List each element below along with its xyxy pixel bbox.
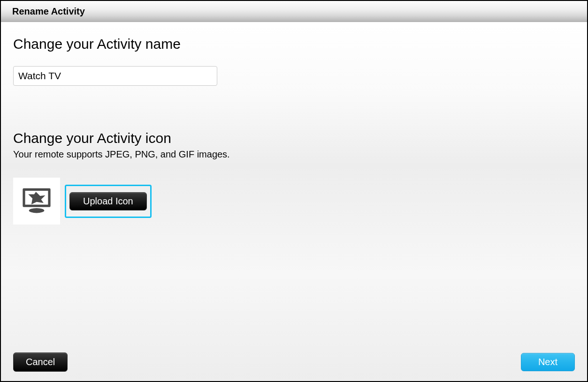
activity-name-input[interactable]	[13, 66, 217, 86]
next-button[interactable]: Next	[521, 353, 575, 371]
upload-icon-highlight: Upload Icon	[65, 185, 152, 218]
icon-section: Change your Activity icon Your remote su…	[13, 130, 575, 225]
tv-star-icon	[19, 183, 54, 219]
dialog-title: Rename Activity	[12, 6, 85, 17]
rename-activity-dialog: Rename Activity Change your Activity nam…	[0, 0, 588, 382]
icon-formats-text: Your remote supports JPEG, PNG, and GIF …	[13, 149, 575, 160]
svg-point-2	[29, 208, 45, 213]
footer-buttons: Cancel Next	[13, 352, 575, 372]
dialog-content: Change your Activity name Change your Ac…	[1, 22, 587, 381]
upload-icon-button[interactable]: Upload Icon	[69, 192, 147, 210]
activity-icon-preview	[13, 178, 60, 225]
title-bar: Rename Activity	[1, 1, 587, 22]
icon-row: Upload Icon	[13, 178, 575, 225]
change-name-heading: Change your Activity name	[13, 36, 575, 52]
change-icon-heading: Change your Activity icon	[13, 130, 575, 146]
cancel-button[interactable]: Cancel	[13, 352, 68, 372]
